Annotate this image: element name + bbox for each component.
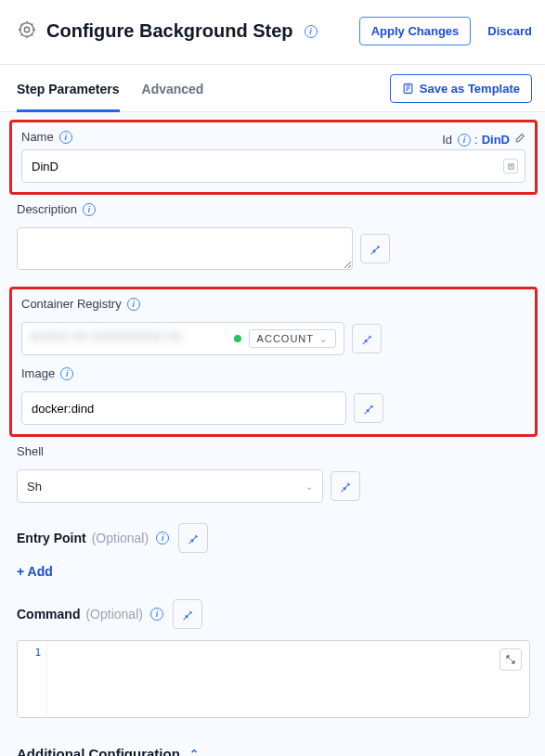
image-input[interactable] [21, 391, 346, 425]
discard-button[interactable]: Discard [480, 18, 532, 45]
name-label: Name [21, 130, 54, 144]
name-input[interactable] [21, 149, 526, 183]
pin-icon [360, 332, 373, 345]
expand-icon [505, 654, 516, 665]
shell-select[interactable]: Sh ⌄ [17, 469, 323, 503]
pin-button[interactable] [352, 324, 382, 353]
command-optional: (Optional) [85, 607, 142, 621]
panel-header: Configure Background Step i Apply Change… [0, 0, 545, 65]
pin-icon [362, 402, 375, 415]
description-label: Description [17, 202, 77, 216]
svg-point-1 [24, 27, 30, 32]
image-label: Image [21, 366, 55, 380]
container-registry-input[interactable]: XXXXX XX XXXXXXXXX XX ACCOUNT ⌄ [21, 322, 344, 355]
info-icon[interactable]: i [156, 532, 169, 545]
shell-section: Shell Sh ⌄ [17, 444, 530, 503]
pin-icon [369, 242, 382, 255]
additional-configuration-accordion[interactable]: Additional Configuration ⌃ [17, 746, 530, 756]
editor-gutter: 1 [18, 641, 47, 717]
pin-button[interactable] [354, 393, 383, 423]
info-icon[interactable]: i [83, 203, 96, 216]
info-icon[interactable]: i [305, 25, 318, 38]
registry-image-highlight: Container Registry i XXXXX XX XXXXXXXXX … [9, 287, 538, 437]
line-number: 1 [34, 647, 41, 659]
tab-advanced[interactable]: Advanced [142, 65, 204, 112]
id-value: DinD [482, 133, 510, 147]
entry-point-label: Entry Point [17, 531, 86, 545]
chevron-up-icon: ⌃ [189, 748, 199, 757]
pin-button[interactable] [178, 523, 208, 553]
pin-icon [181, 608, 194, 621]
shell-value: Sh [27, 480, 42, 493]
info-icon[interactable]: i [458, 134, 471, 147]
pin-button[interactable] [331, 471, 360, 501]
expand-editor-button[interactable] [500, 648, 522, 671]
template-icon [402, 83, 414, 95]
description-textarea[interactable] [17, 227, 353, 270]
scope-selector[interactable]: ACCOUNT ⌄ [249, 329, 336, 348]
chevron-down-icon: ⌄ [305, 481, 313, 492]
page-title: Configure Background Step [46, 20, 293, 42]
save-as-template-button[interactable]: Save as Template [390, 74, 532, 103]
command-section: Command (Optional) i 1 [17, 599, 530, 718]
name-suffix-icon [503, 159, 518, 173]
info-icon[interactable]: i [150, 608, 163, 621]
tab-step-parameters[interactable]: Step Parameters [17, 65, 120, 112]
description-section: Description i [17, 202, 530, 270]
scope-label: ACCOUNT [257, 333, 314, 344]
info-icon[interactable]: i [59, 131, 72, 144]
id-area: Id i : DinD [442, 133, 526, 147]
command-editor[interactable]: 1 [17, 640, 530, 718]
apply-changes-button[interactable]: Apply Changes [359, 17, 472, 45]
chevron-down-icon: ⌄ [319, 334, 328, 344]
entry-point-add-button[interactable]: + Add [17, 564, 530, 579]
edit-id-icon[interactable] [513, 133, 526, 147]
step-type-icon [17, 19, 37, 43]
accordion-label: Additional Configuration [17, 746, 180, 756]
entry-point-optional: (Optional) [92, 531, 149, 545]
command-label: Command [17, 607, 80, 621]
pin-icon [187, 532, 200, 545]
info-icon[interactable]: i [127, 298, 140, 311]
pin-button[interactable] [360, 234, 390, 263]
pin-button[interactable] [173, 599, 202, 629]
tab-bar: Step Parameters Advanced Save as Templat… [0, 65, 545, 112]
save-as-template-label: Save as Template [420, 82, 520, 96]
shell-label: Shell [17, 444, 44, 458]
registry-value-masked: XXXXX XX XXXXXXXXX XX [30, 330, 227, 347]
entry-point-section: Entry Point (Optional) i + Add [17, 523, 530, 579]
name-highlight-box: Name i Id i : DinD [9, 120, 538, 195]
status-dot-icon [234, 335, 241, 342]
info-icon[interactable]: i [60, 367, 73, 380]
id-label: Id [442, 133, 452, 147]
pin-icon [339, 480, 352, 493]
container-registry-label: Container Registry [21, 297, 122, 311]
